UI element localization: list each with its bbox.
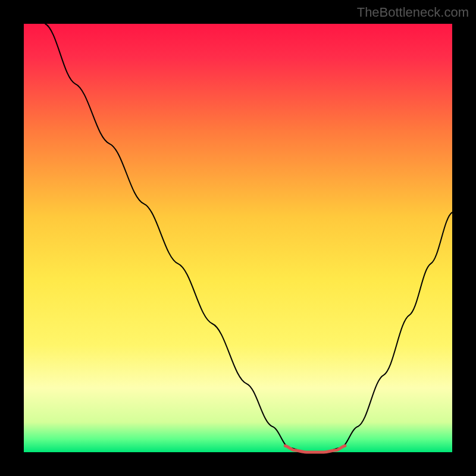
chart-container: TheBottleneck.com [0,0,476,476]
gradient-background [24,24,452,452]
frame-left [0,0,24,476]
bottleneck-chart [0,0,476,476]
frame-bottom [0,452,476,476]
watermark-text: TheBottleneck.com [357,5,469,20]
frame-right [452,0,476,476]
